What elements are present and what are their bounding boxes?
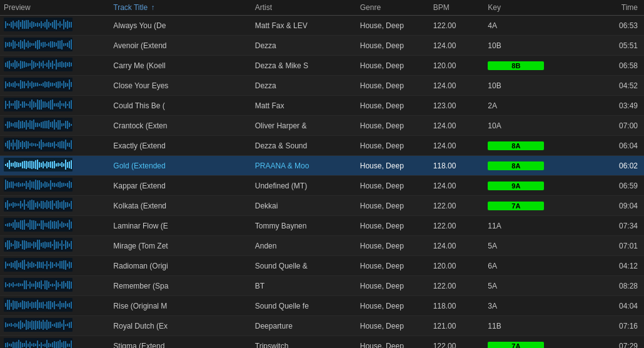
table-row[interactable]: Exactly (ExtendDezza & SoundHouse, Deep1…	[0, 136, 644, 156]
table-row[interactable]: Avenoir (ExtendDezzaHouse, Deep124.0010B…	[0, 36, 644, 56]
preview-waveform[interactable]	[0, 296, 109, 316]
table-row[interactable]: Stigma (ExtendTripswitchHouse, Deep122.0…	[0, 336, 644, 349]
track-bpm: 121.00	[430, 316, 485, 336]
header-preview[interactable]: Preview	[0, 0, 109, 16]
track-title: Rise (Original M	[109, 296, 251, 316]
track-title: Radioman (Origi	[109, 256, 251, 276]
track-bpm: 120.00	[430, 256, 485, 276]
track-genre: House, Deep	[356, 196, 430, 216]
header-genre[interactable]: Genre	[356, 0, 430, 16]
preview-waveform[interactable]	[0, 156, 109, 176]
track-artist: Dezza	[251, 36, 356, 56]
track-bpm: 118.00	[430, 296, 485, 316]
preview-waveform[interactable]	[0, 56, 109, 76]
track-genre: House, Deep	[356, 156, 430, 176]
table-row[interactable]: Crantock (ExtenOliver Harper &House, Dee…	[0, 116, 644, 136]
preview-waveform[interactable]	[0, 336, 109, 349]
track-time: 06:04	[594, 136, 644, 156]
track-bpm: 118.00	[430, 156, 485, 176]
track-genre: House, Deep	[356, 116, 430, 136]
table-row[interactable]: Kappar (ExtendUndefined (MT)House, Deep1…	[0, 176, 644, 196]
track-key: 5A	[484, 276, 593, 296]
table-row[interactable]: Remember (SpaBTHouse, Deep122.005A08:28	[0, 276, 644, 296]
table-row[interactable]: Mirage (Tom ZetAndenHouse, Deep124.005A0…	[0, 236, 644, 256]
preview-waveform[interactable]	[0, 116, 109, 136]
track-title: Close Your Eyes	[109, 76, 251, 96]
table-row[interactable]: Radioman (OrigiSound Quelle &House, Deep…	[0, 256, 644, 276]
track-bpm: 122.00	[430, 336, 485, 349]
track-genre: House, Deep	[356, 56, 430, 76]
preview-waveform[interactable]	[0, 16, 109, 36]
track-key: 10B	[484, 36, 593, 56]
track-bpm: 124.00	[430, 36, 485, 56]
track-artist: Sound Quelle &	[251, 256, 356, 276]
track-title: Could This Be (	[109, 96, 251, 116]
preview-waveform[interactable]	[0, 236, 109, 256]
track-time: 03:49	[594, 96, 644, 116]
preview-waveform[interactable]	[0, 196, 109, 216]
preview-waveform[interactable]	[0, 216, 109, 236]
track-time: 07:16	[594, 316, 644, 336]
track-key: 8A	[484, 156, 593, 176]
track-time: 07:00	[594, 116, 644, 136]
preview-waveform[interactable]	[0, 36, 109, 56]
preview-waveform[interactable]	[0, 316, 109, 336]
track-key: 2A	[484, 96, 593, 116]
track-title: Remember (Spa	[109, 276, 251, 296]
track-artist: Matt Fax & LEV	[251, 16, 356, 36]
preview-waveform[interactable]	[0, 256, 109, 276]
track-time: 04:04	[594, 296, 644, 316]
track-bpm: 124.00	[430, 176, 485, 196]
track-genre: House, Deep	[356, 136, 430, 156]
track-bpm: 124.00	[430, 136, 485, 156]
track-time: 04:12	[594, 256, 644, 276]
table-row[interactable]: Gold (ExtendedPRAANA & MooHouse, Deep118…	[0, 156, 644, 176]
track-genre: House, Deep	[356, 236, 430, 256]
track-key: 3A	[484, 296, 593, 316]
track-artist: Deeparture	[251, 316, 356, 336]
table-row[interactable]: Always You (DeMatt Fax & LEVHouse, Deep1…	[0, 16, 644, 36]
header-track-title[interactable]: Track Title ↑	[109, 0, 251, 16]
table-row[interactable]: Close Your EyesDezzaHouse, Deep124.0010B…	[0, 76, 644, 96]
track-key: 11A	[484, 216, 593, 236]
track-time: 04:52	[594, 76, 644, 96]
track-time: 06:59	[594, 176, 644, 196]
track-title: Exactly (Extend	[109, 136, 251, 156]
track-key: 5A	[484, 236, 593, 256]
track-artist: Dekkai	[251, 196, 356, 216]
track-genre: House, Deep	[356, 276, 430, 296]
preview-waveform[interactable]	[0, 96, 109, 116]
preview-waveform[interactable]	[0, 76, 109, 96]
preview-waveform[interactable]	[0, 176, 109, 196]
table-row[interactable]: Rise (Original MSound Quelle feHouse, De…	[0, 296, 644, 316]
header-time[interactable]: Time	[594, 0, 644, 16]
table-row[interactable]: Royal Dutch (ExDeepartureHouse, Deep121.…	[0, 316, 644, 336]
track-key: 10A	[484, 116, 593, 136]
track-bpm: 120.00	[430, 56, 485, 76]
header-artist[interactable]: Artist	[251, 0, 356, 16]
track-title: Always You (De	[109, 16, 251, 36]
sort-arrow-icon: ↑	[151, 3, 155, 12]
track-bpm: 124.00	[430, 116, 485, 136]
track-genre: House, Deep	[356, 96, 430, 116]
track-key: 8B	[484, 56, 593, 76]
track-genre: House, Deep	[356, 256, 430, 276]
track-key: 6A	[484, 256, 593, 276]
header-bpm[interactable]: BPM	[430, 0, 485, 16]
track-genre: House, Deep	[356, 36, 430, 56]
track-bpm: 123.00	[430, 96, 485, 116]
table-row[interactable]: Laminar Flow (ETommy BaynenHouse, Deep12…	[0, 216, 644, 236]
track-title: Royal Dutch (Ex	[109, 316, 251, 336]
table-row[interactable]: Carry Me (KoellDezza & Mike SHouse, Deep…	[0, 56, 644, 76]
header-key[interactable]: Key	[484, 0, 593, 16]
track-key: 11B	[484, 316, 593, 336]
table-row[interactable]: Could This Be (Matt FaxHouse, Deep123.00…	[0, 96, 644, 116]
preview-waveform[interactable]	[0, 136, 109, 156]
track-key: 4A	[484, 16, 593, 36]
track-genre: House, Deep	[356, 16, 430, 36]
music-library: Preview Track Title ↑ Artist Genre BPM K…	[0, 0, 644, 348]
track-artist: PRAANA & Moo	[251, 156, 356, 176]
track-artist: Anden	[251, 236, 356, 256]
table-row[interactable]: Kolkata (ExtendDekkaiHouse, Deep122.007A…	[0, 196, 644, 216]
preview-waveform[interactable]	[0, 276, 109, 296]
